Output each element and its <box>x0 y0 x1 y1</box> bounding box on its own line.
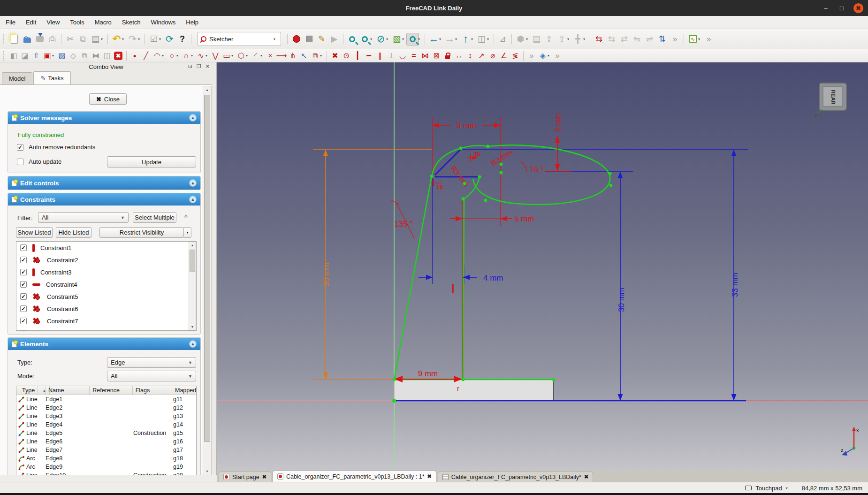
carbon-copy-icon[interactable]: ⧉ <box>310 50 321 61</box>
bspline-dropdown-icon[interactable]: ▾ <box>206 53 210 58</box>
nav-back-dropdown-icon[interactable]: ▾ <box>439 37 443 41</box>
tab-close-icon[interactable]: ✖ <box>427 473 432 480</box>
sketcher-overflow2-icon[interactable]: » <box>552 50 563 61</box>
menu-sketch[interactable]: Sketch <box>122 19 141 26</box>
constraint-row-partial[interactable] <box>16 327 196 331</box>
extend-edge-icon[interactable]: ⟶ <box>276 50 287 61</box>
restrict-visibility-dropdown-icon[interactable]: ▾ <box>183 227 191 238</box>
axonometric-dropdown-icon[interactable]: ▾ <box>487 37 491 41</box>
view-up-dropdown-icon[interactable]: ▾ <box>471 37 475 41</box>
maximize-icon[interactable]: □ <box>838 5 846 12</box>
constraints-header[interactable]: Constraints ▲ <box>8 193 200 206</box>
solver-messages-header[interactable]: Solver messages ▲ <box>8 112 200 124</box>
clipping-plane-icon[interactable]: ⊘ <box>374 33 387 46</box>
mode-combobox[interactable]: All▼ <box>107 371 196 381</box>
collapse-icon[interactable]: ▲ <box>189 179 197 187</box>
element-row[interactable]: LineEdge3g13 <box>16 412 196 420</box>
create-point-icon[interactable]: ● <box>129 50 140 61</box>
tab-3d-view[interactable]: Cable_organizer_FC_parametric_v0p13_LBDa… <box>273 471 436 482</box>
restrict-visibility-button[interactable]: Restrict Visibility <box>99 227 184 238</box>
toggle-construction-dropdown-icon[interactable]: ▾ <box>548 53 552 58</box>
constrain-coincident-icon[interactable]: ✖ <box>329 50 341 61</box>
paste-dropdown-icon[interactable]: ▾ <box>101 37 105 41</box>
collapse-icon[interactable]: ▲ <box>189 340 197 348</box>
base-slab[interactable] <box>394 380 554 401</box>
constraint-row[interactable]: ✓Constraint3 <box>16 266 196 278</box>
nav-forward-icon[interactable]: → <box>443 33 456 46</box>
zoom-region-dropdown-icon[interactable]: ▾ <box>418 37 422 41</box>
arc-dropdown-icon[interactable]: ▾ <box>162 53 166 58</box>
macro-record-icon[interactable] <box>290 33 303 46</box>
clone-c-icon[interactable]: ⇋ <box>631 33 643 46</box>
show-dof-icon[interactable]: ⇆ <box>593 33 605 46</box>
element-row[interactable]: ArcEdge8g18 <box>16 454 196 463</box>
nav-forward-dropdown-icon[interactable]: ▾ <box>455 37 459 41</box>
auto-remove-checkbox[interactable]: ✓ <box>17 144 23 151</box>
update-button[interactable]: Update <box>107 156 196 168</box>
constrain-angle-icon[interactable]: ∠ <box>498 50 510 61</box>
tab-start-page[interactable]: Start page ✖ <box>219 472 271 482</box>
constrain-vertical-icon[interactable]: ┃ <box>352 50 363 61</box>
constraint-list-scrollbar[interactable]: ▲ ▼ <box>189 242 196 330</box>
tab-spreadsheet[interactable]: Cable_organizer_FC_parametric_v0p13_LBDa… <box>438 472 593 482</box>
constrain-v-distance-icon[interactable]: ↕ <box>464 50 476 61</box>
constraint-visible-checkbox[interactable]: ✓ <box>20 293 27 300</box>
zoom-icon[interactable] <box>358 33 371 46</box>
view-up-icon[interactable]: ↑ <box>459 33 472 46</box>
validate-dropdown-icon[interactable]: ▾ <box>159 37 163 41</box>
constraint-row[interactable]: ✓Constraint2 <box>16 254 196 266</box>
constrain-h-distance-icon[interactable]: ↔ <box>453 50 464 61</box>
scroll-down-icon[interactable]: ▼ <box>189 325 196 328</box>
clone-sketch-icon[interactable]: ◫ <box>101 50 113 61</box>
menu-file[interactable]: File <box>6 19 15 26</box>
undo-dropdown-icon[interactable]: ▾ <box>122 37 126 41</box>
refresh-icon[interactable]: ⟳ <box>163 33 176 46</box>
constrain-radius-icon[interactable]: ⌀ <box>487 50 498 61</box>
undo-icon[interactable]: ↶ <box>110 33 123 46</box>
constrain-symmetric-icon[interactable]: ⋈ <box>419 50 431 61</box>
close-task-button[interactable]: ✖ Close <box>89 93 127 105</box>
new-document-icon[interactable] <box>8 33 21 46</box>
constrain-tangent-icon[interactable]: ◡ <box>397 50 408 61</box>
constraint-row[interactable]: ✓Constraint6 <box>16 303 196 315</box>
create-line-icon[interactable]: ╱ <box>140 50 152 61</box>
constraint-row[interactable]: ✓Constraint1 <box>16 242 196 254</box>
mirror-sketch-icon[interactable]: ⧓ <box>90 50 101 61</box>
panel-scrollbar[interactable]: ▲ ▼ <box>203 86 212 475</box>
menu-macro[interactable]: Macro <box>95 19 112 26</box>
constraint-visible-checkbox[interactable]: ✓ <box>20 244 27 251</box>
whats-this-icon[interactable]: ? <box>176 33 189 46</box>
clone-a-icon[interactable]: ⇆ <box>605 33 618 46</box>
constrain-block-icon[interactable]: ⊠ <box>431 50 442 61</box>
sketch-viewport[interactable]: 9 mm 3 mm 15 ° 5 mm 135 ° R3 mm R2 mm 15… <box>217 62 868 471</box>
stop-operation-icon[interactable]: ✖ <box>113 50 124 61</box>
element-row-partial[interactable]: LineEdge10Constructiong20 <box>16 471 196 475</box>
hide-listed-button[interactable]: Hide Listed <box>56 227 91 238</box>
show-listed-button[interactable]: Show Listed <box>16 227 53 238</box>
select-multiple-button[interactable]: Select Multiple <box>133 212 176 223</box>
constraint-visible-checkbox[interactable]: ✓ <box>20 305 27 312</box>
constrain-point-on-object-icon[interactable]: ⊙ <box>341 50 352 61</box>
export-alt-icon[interactable]: ⇧ <box>556 33 568 46</box>
scroll-up-icon[interactable]: ▲ <box>189 244 196 247</box>
create-rectangle-icon[interactable]: ▭ <box>221 50 232 61</box>
carbon-copy-dropdown-icon[interactable]: ▾ <box>320 53 324 58</box>
fit-all-icon[interactable] <box>346 33 358 46</box>
type-combobox[interactable]: Edge▼ <box>107 357 196 368</box>
workbench-selector[interactable]: Sketcher ▾ <box>198 32 281 46</box>
bounding-dropdown-icon[interactable]: ▾ <box>402 37 406 41</box>
overflow-icon[interactable]: » <box>669 33 681 46</box>
element-row[interactable]: LineEdge4g14 <box>16 420 196 429</box>
polygon-dropdown-icon[interactable]: ▾ <box>246 53 250 58</box>
bounding-box-icon[interactable]: ▧ <box>390 33 403 46</box>
measure-icon[interactable]: ⊿ <box>496 33 509 46</box>
macro-edit-icon[interactable]: ✎ <box>315 33 328 46</box>
create-polyline-icon[interactable]: ⋁ <box>210 50 221 61</box>
nav-style-dropdown-icon[interactable]: ▾ <box>786 486 788 490</box>
create-conic-icon[interactable]: ∩ <box>181 50 192 61</box>
menu-tools[interactable]: Tools <box>70 19 84 26</box>
edit-controls-header[interactable]: Edit controls ▲ <box>8 176 200 190</box>
panel-close-icon[interactable]: ✕ <box>206 63 210 69</box>
constrain-parallel-icon[interactable]: ∥ <box>374 50 386 61</box>
minimize-icon[interactable]: – <box>822 5 830 12</box>
